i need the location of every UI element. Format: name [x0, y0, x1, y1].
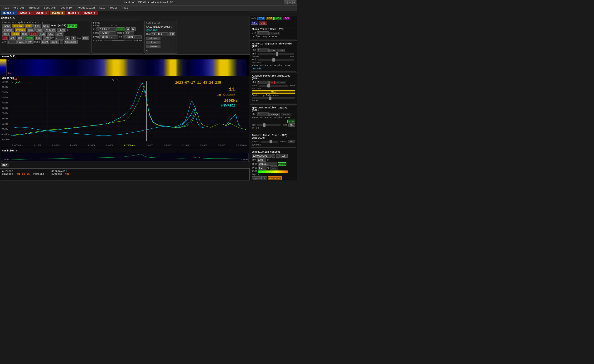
mode-osl-button[interactable]: OSL	[259, 21, 267, 25]
menu-file[interactable]: File	[2, 6, 10, 9]
from-input[interactable]	[99, 35, 118, 39]
hst-ctm-button[interactable]: CTM	[277, 49, 285, 52]
auto-range-button[interactable]: auto range	[64, 40, 78, 44]
active-button[interactable]: active	[278, 162, 286, 166]
sweep-tab-5[interactable]: Sweep 5	[17, 11, 33, 15]
sbl-disabled-button[interactable]: disabled	[281, 113, 292, 116]
mode-soi-button[interactable]: SOI	[283, 17, 290, 20]
tdsa-button[interactable]: TDSA	[2, 24, 11, 27]
menu-asid[interactable]: ASID	[98, 6, 106, 9]
limit2-button[interactable]: limit	[26, 40, 34, 44]
wbc-button[interactable]: WBC	[17, 40, 26, 44]
peak-button[interactable]: peak	[25, 24, 33, 27]
menu-tools[interactable]: Tools	[109, 6, 119, 9]
mda-input[interactable]	[257, 81, 269, 84]
third-slider-thumb[interactable]	[272, 58, 275, 61]
cf-right-button[interactable]: ▶	[131, 27, 136, 31]
alarm-button[interactable]: alarm	[50, 40, 59, 44]
squelch-lock-button[interactable]: squelch lock	[252, 176, 267, 180]
mda-rel-button[interactable]: rel	[269, 81, 275, 84]
alerts-button[interactable]: alerts	[29, 32, 38, 36]
menu-location[interactable]: Location	[60, 6, 74, 9]
cf-input[interactable]	[96, 27, 115, 31]
nav-right-arrow[interactable]: △	[117, 78, 119, 82]
span-input[interactable]	[99, 31, 116, 35]
wfd-brk-button[interactable]: WFD brk	[44, 28, 56, 32]
type-input[interactable]	[258, 166, 266, 170]
menu-spectrum[interactable]: Spectrum	[43, 6, 58, 9]
eye-icon[interactable]: 👁	[267, 167, 270, 169]
average-button[interactable]: average	[15, 28, 26, 32]
pk-input[interactable]	[55, 36, 64, 40]
up-button[interactable]: ▲	[65, 36, 70, 40]
cpm-button[interactable]: CPM	[55, 32, 63, 36]
mda-btn[interactable]: MDA	[252, 90, 295, 94]
sdr-gear-icon[interactable]: ⚙	[170, 25, 172, 28]
sbl-btn[interactable]: SBL	[288, 123, 295, 127]
rec-button[interactable]: rec	[2, 36, 8, 40]
sweep-tab-1[interactable]: Sweep 1	[82, 11, 98, 15]
ifbw-input[interactable]	[258, 162, 277, 166]
hst-input[interactable]	[257, 48, 269, 52]
menu-project[interactable]: Project	[12, 6, 25, 9]
plan-button[interactable]: PLAN	[57, 28, 66, 32]
demod-minus-button[interactable]: -	[271, 154, 275, 158]
lock-button[interactable]: lock	[17, 36, 24, 40]
mode-ctm-button[interactable]: CTM	[257, 17, 265, 20]
lock2-button[interactable]: lock	[82, 36, 89, 40]
signal-button[interactable]: signal	[11, 32, 20, 36]
limit-button[interactable]: -limit	[43, 36, 51, 40]
rbw-input[interactable]	[151, 32, 168, 36]
ctm-disabled-button[interactable]: disabled	[269, 32, 280, 35]
demod-gear-icon[interactable]: ⚙	[267, 158, 269, 162]
delete-button[interactable]: delete	[146, 45, 161, 48]
lines3-button[interactable]: lines	[21, 32, 28, 36]
sbl-show-button[interactable]: show	[287, 120, 295, 123]
demod-plus-button[interactable]: +	[276, 154, 280, 158]
guard-input[interactable]	[125, 31, 134, 35]
squelch-value-button[interactable]: -149.0dBm	[268, 176, 282, 180]
solo-button[interactable]: solo	[35, 36, 42, 40]
mode-sbl-button[interactable]: SBL	[251, 21, 258, 25]
fdb-button[interactable]: FDB	[39, 32, 46, 36]
demod-step-input[interactable]	[280, 154, 288, 158]
demod-freq-input[interactable]	[252, 154, 271, 158]
close-button[interactable]: ✕	[292, 0, 296, 4]
arm-button[interactable]: arm	[9, 36, 16, 40]
menu-help[interactable]: Help	[121, 6, 129, 9]
ifb-button[interactable]: IFB	[169, 32, 175, 36]
sweep-tab-4[interactable]: Sweep 4	[33, 11, 49, 15]
hst-slider-thumb[interactable]	[276, 52, 278, 56]
alarm-checkbox[interactable]	[60, 40, 63, 44]
lines2-button[interactable]: lines	[27, 28, 35, 32]
count-button[interactable]: count	[41, 40, 49, 44]
maximize-button[interactable]: □	[288, 0, 292, 4]
sbl-input[interactable]	[257, 113, 269, 116]
hst-button[interactable]: HST	[269, 49, 277, 52]
combining-slider-thumb[interactable]	[269, 96, 271, 100]
sbl-manage-button[interactable]: manage	[269, 113, 280, 116]
anf-slider-thumb[interactable]	[270, 140, 272, 143]
trace-button[interactable]: trace	[2, 32, 10, 36]
hide-button[interactable]: hide	[146, 41, 161, 44]
down-button[interactable]: ▼	[71, 36, 76, 40]
lines-button[interactable]: lines	[33, 24, 41, 27]
legend-button[interactable]: LEGND	[67, 24, 77, 27]
menu-acquisition[interactable]: Acquisition	[76, 6, 96, 9]
nav-left-arrow[interactable]: ▽	[112, 78, 114, 82]
sweep-tab-2[interactable]: Sweep 2	[66, 11, 81, 15]
settings-icon[interactable]: ⚙	[146, 49, 148, 53]
minimize-button[interactable]: ─	[284, 0, 288, 4]
show-button[interactable]: show	[116, 27, 125, 31]
sbl-slider-thumb[interactable]	[263, 123, 265, 127]
restart-button[interactable]: restart	[25, 36, 34, 40]
n-input[interactable]	[7, 40, 17, 44]
mode-mda-button[interactable]: MDA	[274, 17, 283, 20]
sdr-rate-input[interactable]	[257, 158, 266, 162]
minmax-button[interactable]: min/max	[12, 24, 24, 27]
to-input[interactable]	[123, 35, 142, 39]
reset2-button[interactable]: reset	[35, 28, 43, 32]
window-button[interactable]: window	[146, 37, 161, 40]
sweep-tab-3[interactable]: Sweep 3	[50, 11, 65, 15]
mda-disabled-button[interactable]: disabled	[275, 81, 286, 84]
